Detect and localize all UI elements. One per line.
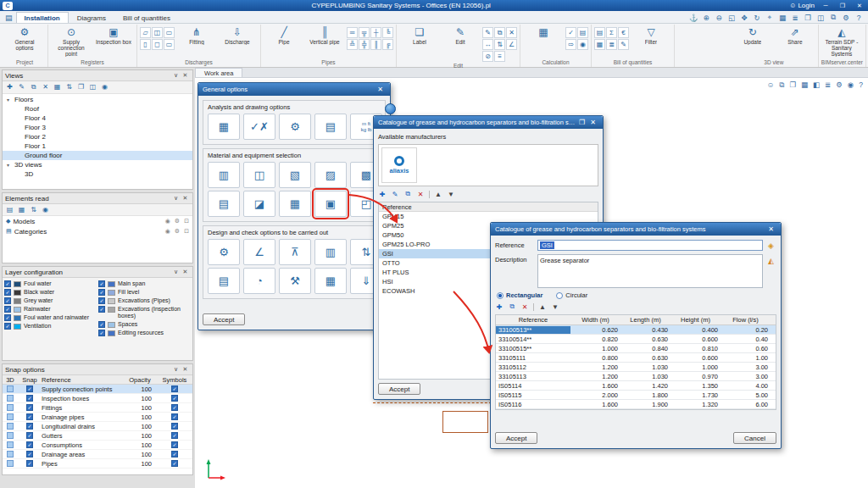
sizing-options-icon[interactable]: ▤ [208,268,240,294]
layer-checkbox[interactable]: ✓ [98,280,105,287]
delete-icon[interactable]: ✕ [520,303,529,311]
tree-node-3d-views[interactable]: ▾ 3D views [3,160,192,169]
dialog-close-icon[interactable]: ✕ [587,119,598,126]
login-button[interactable]: ☺ Login [789,2,815,9]
accept-button[interactable]: Accept [495,432,537,444]
3d-toggle[interactable] [7,441,14,448]
expander-icon[interactable]: ▾ [7,162,14,168]
ribbon-small-button[interactable]: ▤ [594,27,605,38]
visible-icon[interactable]: ◉ [165,228,170,235]
snap-row[interactable]: ✓ Longitudinal drains 100 ✓ [3,422,192,431]
expander-icon[interactable]: ▾ [7,97,14,103]
symbols-checkbox[interactable]: ✓ [171,432,178,439]
duplicate-view-icon[interactable]: ⧉ [29,83,38,92]
user-view-icon[interactable]: ☺ [767,80,775,90]
size-row[interactable]: IS05115 2.000 1.800 1.730 5.00 [496,391,776,400]
3d-toggle[interactable] [7,395,14,402]
snap-checkbox[interactable]: ✓ [26,441,33,448]
tree-item-floor[interactable]: Floor 1 [3,141,192,151]
shape-radio[interactable]: Circular [556,291,587,299]
link-icon[interactable]: ⚓ [689,14,698,22]
opacity-value[interactable]: 100 [128,385,157,393]
opacity-value[interactable]: 100 [128,460,157,468]
elements-row[interactable]: ▤ Categories ◉ ⚙ ⊡ [3,226,192,236]
visible-icon[interactable]: ◉ [165,218,170,225]
3d-toggle[interactable] [7,404,14,411]
copy-icon[interactable]: ⧉ [508,302,516,311]
sort-views-icon[interactable]: ⇅ [64,83,74,92]
layer-checkbox[interactable]: ✓ [98,306,105,313]
snap-checkbox[interactable]: ✓ [26,385,33,392]
panel-collapse-icon[interactable]: ∨ [171,195,181,202]
opacity-value[interactable]: 100 [128,413,157,421]
valves-catalogue-icon[interactable]: ▨ [314,162,347,188]
tile-windows-icon[interactable]: ◫ [816,14,825,22]
ribbon-small-button[interactable]: ╩ [347,39,358,50]
move-up-icon[interactable]: ▲ [434,191,442,198]
duplicate-window-icon[interactable]: ⧉ [779,80,784,90]
symbols-checkbox[interactable]: ✓ [171,395,178,402]
import-from-library-icon[interactable]: ◈ [768,241,774,250]
3d-toggle[interactable] [7,432,14,439]
list-icon[interactable]: ▤ [5,206,14,214]
add-icon[interactable]: ✚ [378,191,387,198]
move-up-icon[interactable]: ▲ [538,303,547,311]
snap-row[interactable]: ✓ Drainage pipes 100 ✓ [3,413,192,422]
ribbon-small-button[interactable]: ✓ [565,27,576,38]
delete-icon[interactable]: ✕ [416,191,425,198]
print-view-icon[interactable]: ❐ [76,83,86,92]
center-view-icon[interactable]: ⌖ [765,13,774,22]
opacity-value[interactable]: 100 [128,423,157,430]
close-button[interactable]: ✕ [854,3,865,9]
view-options-icon[interactable]: ▦ [53,83,62,92]
label-button[interactable]: ❏Label [399,25,440,47]
manholes-catalogue-icon[interactable]: ◪ [243,191,275,217]
description-input[interactable]: Grease separator [537,254,763,288]
ribbon-small-button[interactable]: ≡ [494,51,505,62]
ribbon-small-button[interactable]: ◻ [152,39,163,50]
opacity-value[interactable]: 100 [128,432,157,440]
accept-button[interactable]: Accept [378,383,420,395]
snap-checkbox[interactable]: ✓ [26,460,33,467]
share-button[interactable]: ⇗Share [775,25,815,47]
layer-checkbox[interactable]: ✓ [4,314,11,321]
lock-icon[interactable]: ⊡ [184,218,189,225]
ribbon-small-button[interactable]: ◉ [577,39,588,50]
ribbon-small-button[interactable]: ╬ [359,39,370,50]
tree-item-floor[interactable]: Roof [3,104,192,114]
layer-checkbox[interactable]: ✓ [4,297,11,304]
export-to-library-icon[interactable]: ◭ [768,257,774,265]
size-row[interactable]: 33105111 0.800 0.630 0.600 1.00 [496,353,776,363]
ribbon-small-button[interactable]: ▦ [594,39,605,50]
calculate-button[interactable]: ▦ [523,25,564,41]
snap-checkbox[interactable]: ✓ [26,413,33,420]
ribbon-small-button[interactable]: ┼ [370,27,381,38]
tree-icon[interactable]: ▦ [17,206,26,214]
move-down-icon[interactable]: ▼ [551,303,559,311]
settings-icon[interactable]: ⚙ [175,218,180,225]
slope-check-icon[interactable]: ∠ [243,239,275,265]
ribbon-small-button[interactable]: ⧉ [494,27,505,38]
help-button[interactable] [385,103,396,114]
tree-item-floor[interactable]: Ground floor [3,151,192,160]
snap-checkbox[interactable]: ✓ [26,395,33,402]
drains-catalogue-icon[interactable]: ▤ [208,191,240,217]
ribbon-tab[interactable]: Bill of quantities [114,12,179,23]
discharge-button[interactable]: ⇩Discharge [217,25,258,47]
hung-pipes-icon[interactable]: ⊼ [279,239,311,265]
redraw-icon[interactable]: ↻ [753,14,761,22]
ribbon-small-button[interactable]: ↔ [482,39,493,50]
size-row[interactable]: 33100514** 0.820 0.630 0.600 0.40 [496,335,776,344]
ribbon-small-button[interactable]: ✎ [482,27,493,38]
pipes-catalogue-icon[interactable]: ▥ [208,162,240,188]
vertical-pipe-button[interactable]: ║Vertical pipe [304,25,345,47]
visibility-all-icon[interactable]: ◉ [41,206,50,214]
snap-row[interactable]: ✓ Pipes 100 ✓ [3,459,192,469]
size-row[interactable]: 33105112 1.200 1.030 1.000 3.00 [496,363,776,372]
delete-view-icon[interactable]: ✕ [41,83,50,92]
ribbon-small-button[interactable]: € [618,27,629,38]
export-view-icon[interactable]: ◫ [88,83,97,92]
manufacturer-tile[interactable]: aliaxis [381,147,417,183]
pan-icon[interactable]: ✥ [740,14,748,22]
ribbon-tab[interactable]: Diagrams [69,12,114,23]
